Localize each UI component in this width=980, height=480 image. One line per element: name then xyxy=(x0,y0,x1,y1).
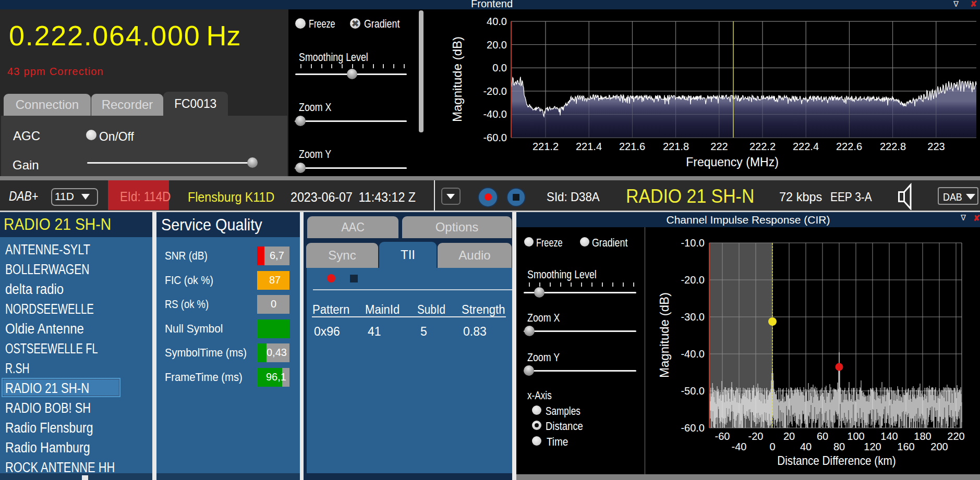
svg-text:222.8: 222.8 xyxy=(880,141,906,152)
svg-text:-20.0: -20.0 xyxy=(483,85,507,97)
svg-text:-40: -40 xyxy=(732,441,747,452)
svg-text:222.2: 222.2 xyxy=(749,141,776,152)
svg-text:220: 220 xyxy=(947,430,964,442)
svg-text:221.6: 221.6 xyxy=(619,141,645,152)
svg-text:-60.0: -60.0 xyxy=(681,422,705,434)
svg-text:-20: -20 xyxy=(748,430,764,442)
svg-text:221.8: 221.8 xyxy=(663,141,689,152)
svg-text:100: 100 xyxy=(847,430,864,442)
svg-text:200: 200 xyxy=(930,441,948,452)
svg-text:-60.0: -60.0 xyxy=(483,132,507,143)
svg-text:-40.0: -40.0 xyxy=(483,108,507,120)
svg-text:221.4: 221.4 xyxy=(576,141,602,152)
svg-text:-50.0: -50.0 xyxy=(681,385,705,397)
svg-text:0: 0 xyxy=(769,441,775,452)
svg-text:222.4: 222.4 xyxy=(793,141,819,152)
svg-text:223: 223 xyxy=(927,141,945,152)
svg-text:221.2: 221.2 xyxy=(533,141,559,152)
svg-text:Frequency (MHz): Frequency (MHz) xyxy=(686,155,779,169)
svg-text:40: 40 xyxy=(800,441,812,452)
svg-text:Magnitude (dB): Magnitude (dB) xyxy=(450,36,464,122)
svg-text:20.0: 20.0 xyxy=(487,39,507,51)
svg-text:222: 222 xyxy=(710,141,728,152)
svg-text:40.0: 40.0 xyxy=(487,16,507,27)
svg-text:-10.0: -10.0 xyxy=(681,237,705,249)
svg-text:Magnitude (dB): Magnitude (dB) xyxy=(657,292,671,378)
svg-text:-40.0: -40.0 xyxy=(681,348,705,360)
svg-text:180: 180 xyxy=(914,430,931,442)
svg-text:-30.0: -30.0 xyxy=(681,311,705,323)
svg-text:-60: -60 xyxy=(715,430,730,442)
svg-text:60: 60 xyxy=(817,430,828,442)
svg-text:-20.0: -20.0 xyxy=(681,274,705,286)
svg-text:80: 80 xyxy=(833,441,845,452)
svg-text:Distance Difference (km): Distance Difference (km) xyxy=(777,454,896,467)
svg-text:140: 140 xyxy=(880,430,898,442)
svg-text:160: 160 xyxy=(897,441,914,452)
svg-text:20: 20 xyxy=(783,430,795,442)
svg-text:0.0: 0.0 xyxy=(492,62,507,73)
svg-text:120: 120 xyxy=(864,441,881,452)
svg-text:222.6: 222.6 xyxy=(836,141,862,152)
